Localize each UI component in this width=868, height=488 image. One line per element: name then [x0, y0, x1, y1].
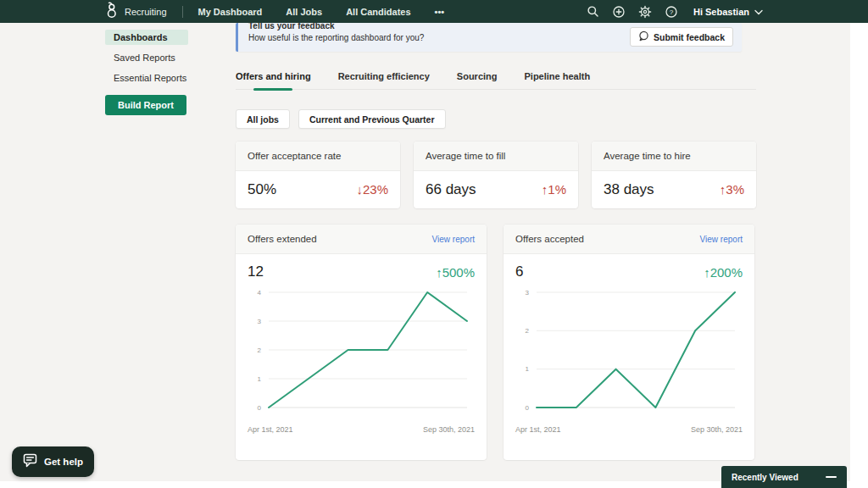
get-help-button[interactable]: Get help [12, 446, 94, 477]
chart-cards: Offers extended View report 12 ↑500% 012… [236, 225, 754, 460]
svg-text:2: 2 [258, 347, 262, 354]
metric-cards: Offer acceptance rate 50% ↓23% Average t… [236, 141, 756, 208]
help-icon[interactable]: ? [665, 5, 678, 19]
minimize-icon[interactable] [826, 476, 837, 478]
view-report-link[interactable]: View report [700, 235, 743, 244]
svg-text:1: 1 [258, 375, 262, 383]
chart-total: 12 [248, 263, 264, 280]
feedback-bubble-icon [638, 30, 649, 43]
metric-value: 50% [248, 181, 276, 198]
metric-card-time-to-fill: Average time to fill 66 days ↑1% [414, 141, 578, 208]
submit-feedback-label: Submit feedback [654, 32, 725, 42]
top-nav: Recruiting My Dashboard All Jobs All Can… [0, 0, 868, 23]
nav-item-all-candidates[interactable]: All Candidates [346, 7, 410, 17]
svg-text:2: 2 [526, 327, 530, 335]
chat-bubble-icon [23, 453, 38, 470]
brand[interactable]: Recruiting [105, 2, 167, 22]
chart-title: Offers accepted [515, 234, 584, 244]
add-icon[interactable] [612, 5, 626, 19]
tab-recruiting-efficiency[interactable]: Recruiting efficiency [338, 71, 430, 81]
tab-offers-and-hiring[interactable]: Offers and hiring [236, 71, 311, 81]
gear-icon[interactable] [638, 5, 652, 19]
main-content: Tell us your feedback How useful is the … [236, 23, 757, 52]
sidebar-item-essential-reports[interactable]: Essential Reports [105, 70, 188, 86]
nav-icons: ? [587, 5, 678, 19]
recently-viewed-tray[interactable]: Recently Viewed [721, 466, 847, 488]
view-report-link[interactable]: View report [432, 235, 475, 244]
metric-trend: ↑1% [542, 182, 566, 197]
feedback-banner: Tell us your feedback How useful is the … [236, 23, 742, 52]
metric-label: Offer acceptance rate [236, 141, 400, 171]
nav-overflow-menu[interactable]: ••• [435, 7, 445, 17]
svg-text:0: 0 [526, 404, 530, 412]
offers-accepted-line-chart: 0123 [516, 284, 742, 424]
metric-trend: ↓23% [356, 182, 388, 197]
chart-trend: ↑500% [436, 265, 475, 280]
svg-text:3: 3 [526, 289, 530, 297]
metric-trend: ↑3% [720, 182, 744, 197]
brand-label: Recruiting [125, 7, 167, 17]
filter-row: All jobs Current and Previous Quarter [236, 109, 446, 129]
svg-text:?: ? [670, 8, 674, 16]
nav-divider [182, 6, 183, 18]
metric-label: Average time to hire [592, 141, 756, 171]
svg-text:3: 3 [258, 318, 262, 325]
tab-sourcing[interactable]: Sourcing [457, 71, 498, 81]
filter-all-jobs[interactable]: All jobs [236, 109, 290, 129]
recently-viewed-label: Recently Viewed [732, 473, 798, 482]
chevron-down-icon [754, 7, 763, 17]
metric-label: Average time to fill [414, 141, 578, 171]
app-window: Recruiting My Dashboard All Jobs All Can… [0, 0, 868, 488]
svg-text:1: 1 [526, 365, 530, 373]
x-axis-end-label: Sep 30th, 2021 [691, 425, 743, 434]
metric-card-offer-acceptance: Offer acceptance rate 50% ↓23% [236, 141, 400, 208]
report-tabs: Offers and hiring Recruiting efficiency … [236, 71, 756, 90]
svg-text:0: 0 [258, 404, 262, 412]
sidebar-item-saved-reports[interactable]: Saved Reports [105, 50, 188, 65]
nav-menu: My Dashboard All Jobs All Candidates ••• [198, 7, 445, 17]
chart-total: 6 [515, 263, 523, 280]
chart-title: Offers extended [248, 234, 317, 244]
get-help-label: Get help [44, 457, 83, 467]
filter-date-range[interactable]: Current and Previous Quarter [298, 109, 446, 129]
search-icon[interactable] [587, 5, 599, 18]
chart-trend: ↑200% [704, 265, 743, 280]
build-report-button[interactable]: Build Report [105, 95, 186, 115]
x-axis-start-label: Apr 1st, 2021 [515, 425, 561, 434]
user-menu[interactable]: Hi Sebastian [693, 7, 763, 17]
submit-feedback-button[interactable]: Submit feedback [630, 27, 733, 47]
metric-value: 38 days [604, 181, 654, 198]
chart-card-offers-extended: Offers extended View report 12 ↑500% 012… [236, 225, 487, 460]
x-axis-end-label: Sep 30th, 2021 [423, 425, 475, 434]
sidebar: Dashboards Saved Reports Essential Repor… [105, 30, 188, 91]
sidebar-item-dashboards[interactable]: Dashboards [105, 30, 188, 45]
greenhouse-logo-icon [105, 2, 118, 22]
user-greeting: Hi Sebastian [693, 7, 749, 17]
nav-item-all-jobs[interactable]: All Jobs [286, 7, 322, 17]
chart-card-offers-accepted: Offers accepted View report 6 ↑200% 0123… [504, 225, 754, 460]
x-axis-start-label: Apr 1st, 2021 [248, 425, 293, 434]
metric-value: 66 days [426, 181, 476, 198]
nav-item-my-dashboard[interactable]: My Dashboard [198, 7, 263, 17]
metric-card-time-to-hire: Average time to hire 38 days ↑3% [592, 141, 756, 208]
tab-pipeline-health[interactable]: Pipeline health [525, 71, 591, 81]
offers-extended-line-chart: 01234 [248, 284, 474, 424]
svg-text:4: 4 [258, 289, 262, 297]
